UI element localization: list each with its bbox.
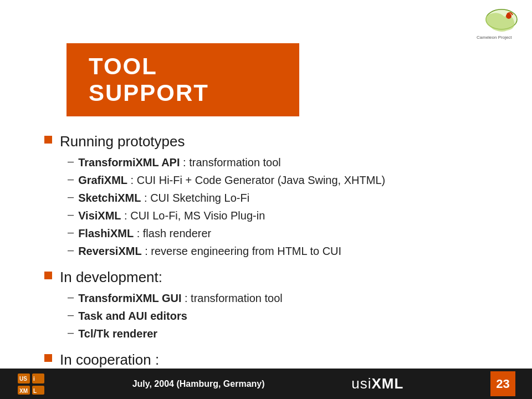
- section-heading-3: In cooperation :: [60, 351, 159, 369]
- main-bullet-1: Running prototypes: [44, 133, 488, 150]
- section-running-prototypes: Running prototypes – TransformiXML API :…: [44, 133, 488, 259]
- svg-text:XM: XM: [19, 388, 28, 394]
- list-item: – FlashiXML : flash renderer: [68, 226, 488, 241]
- list-item: – TransformiXML API : transformation too…: [68, 155, 488, 170]
- svg-text:L: L: [33, 388, 37, 394]
- title-box: TOOL SUPPORT: [66, 43, 299, 116]
- list-item: – Tcl/Tk renderer: [68, 326, 488, 341]
- main-bullet-2: In development:: [44, 269, 488, 286]
- list-item: – TransformiXML GUI : transformation too…: [68, 290, 488, 306]
- list-item: – SketchiXML : CUI Sketching Lo-Fi: [68, 190, 488, 206]
- footer-brand: US i XM L: [17, 372, 45, 396]
- section-heading-1: Running prototypes: [60, 133, 185, 150]
- main-bullet-3: In cooperation :: [44, 351, 488, 369]
- slide-title: TOOL SUPPORT: [89, 53, 277, 106]
- list-item: – VisiXML : CUI Lo-Fi, MS Visio Plug-in: [68, 208, 488, 223]
- footer-xml-text: XML: [371, 375, 403, 392]
- svg-text:Cameleon Project: Cameleon Project: [477, 35, 512, 40]
- footer-usi-text: usi: [351, 375, 371, 392]
- bullet-square-icon: [44, 272, 52, 279]
- section-in-development: In development: – TransformiXML GUI : tr…: [44, 269, 488, 341]
- page-number: 23: [490, 371, 515, 396]
- sub-bullets-2: – TransformiXML GUI : transformation too…: [68, 290, 488, 341]
- cameleon-logo: Cameleon Project: [471, 8, 521, 42]
- list-item: – Task and AUI editors: [68, 308, 488, 324]
- title-container: TOOL SUPPORT: [33, 21, 532, 116]
- bullet-square-icon: [44, 136, 52, 144]
- content-area: Running prototypes – TransformiXML API :…: [44, 133, 488, 399]
- section-heading-2: In development:: [60, 269, 162, 286]
- svg-text:i: i: [33, 376, 35, 382]
- list-item: – GrafiXML : CUI Hi-Fi + Code Generator …: [68, 172, 488, 188]
- footer-brand-name: usiXML: [351, 375, 403, 392]
- slide: Cameleon Project TOOL SUPPORT Running pr…: [0, 0, 532, 399]
- list-item: – ReversiXML : reverse engineering from …: [68, 243, 488, 259]
- svg-point-1: [506, 13, 511, 19]
- svg-text:US: US: [19, 376, 27, 382]
- usixml-logo-icon: US i XM L: [17, 372, 45, 396]
- footer: US i XM L July, 2004 (Hamburg, Germany) …: [0, 369, 532, 399]
- bullet-square-icon: [44, 354, 52, 362]
- sub-bullets-1: – TransformiXML API : transformation too…: [68, 155, 488, 259]
- footer-date: July, 2004 (Hamburg, Germany): [132, 379, 265, 389]
